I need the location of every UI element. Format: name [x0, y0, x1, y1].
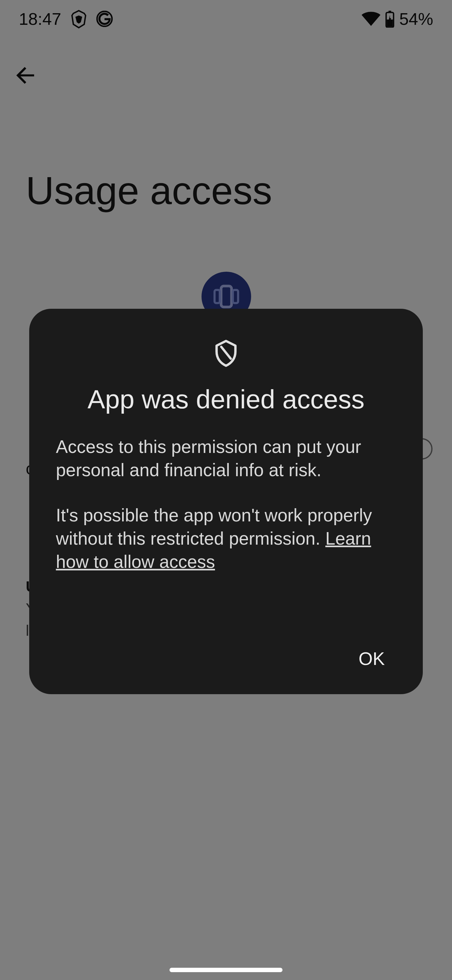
access-denied-dialog: App was denied access Access to this per…	[29, 309, 423, 694]
dialog-title: App was denied access	[87, 384, 365, 415]
dialog-actions: OK	[56, 632, 396, 675]
dialog-paragraph-2-lead: It's possible the app won't work properl…	[56, 505, 372, 549]
shield-icon	[212, 339, 240, 367]
nav-handle[interactable]	[170, 968, 282, 972]
ok-button[interactable]: OK	[347, 642, 396, 675]
dialog-paragraph-1: Access to this permission can put your p…	[56, 435, 396, 482]
dialog-paragraph-2: It's possible the app won't work properl…	[56, 504, 396, 573]
dialog-body: Access to this permission can put your p…	[56, 435, 396, 573]
